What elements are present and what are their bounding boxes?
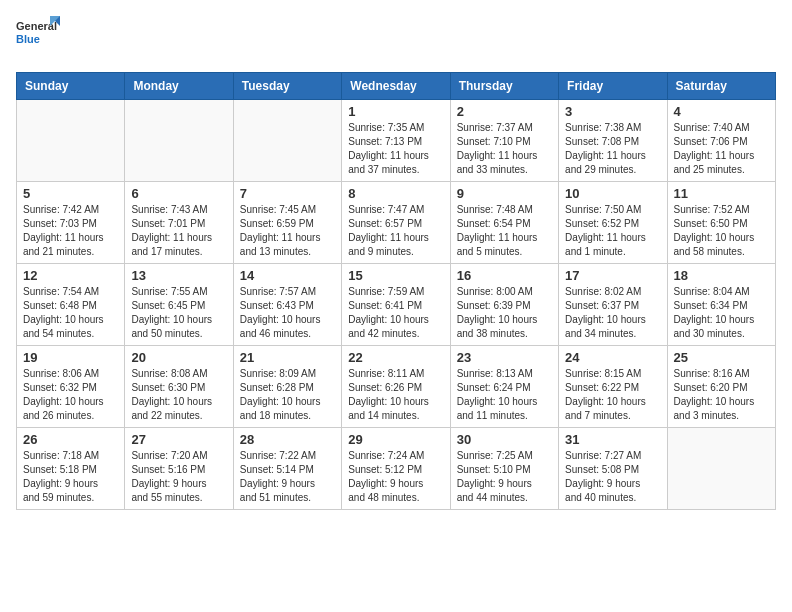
weekday-header-saturday: Saturday [667,73,775,100]
day-info: Sunrise: 7:43 AM Sunset: 7:01 PM Dayligh… [131,203,226,259]
calendar-cell [667,428,775,510]
calendar-cell: 14Sunrise: 7:57 AM Sunset: 6:43 PM Dayli… [233,264,341,346]
calendar-cell: 5Sunrise: 7:42 AM Sunset: 7:03 PM Daylig… [17,182,125,264]
calendar-cell: 13Sunrise: 7:55 AM Sunset: 6:45 PM Dayli… [125,264,233,346]
calendar-cell: 23Sunrise: 8:13 AM Sunset: 6:24 PM Dayli… [450,346,558,428]
calendar-cell: 18Sunrise: 8:04 AM Sunset: 6:34 PM Dayli… [667,264,775,346]
weekday-header-wednesday: Wednesday [342,73,450,100]
day-info: Sunrise: 8:08 AM Sunset: 6:30 PM Dayligh… [131,367,226,423]
calendar-cell: 16Sunrise: 8:00 AM Sunset: 6:39 PM Dayli… [450,264,558,346]
day-number: 18 [674,268,769,283]
day-number: 25 [674,350,769,365]
calendar-cell [233,100,341,182]
day-number: 22 [348,350,443,365]
day-info: Sunrise: 7:40 AM Sunset: 7:06 PM Dayligh… [674,121,769,177]
weekday-header-sunday: Sunday [17,73,125,100]
day-number: 23 [457,350,552,365]
day-number: 24 [565,350,660,365]
day-info: Sunrise: 8:04 AM Sunset: 6:34 PM Dayligh… [674,285,769,341]
day-number: 15 [348,268,443,283]
day-number: 21 [240,350,335,365]
calendar-cell: 2Sunrise: 7:37 AM Sunset: 7:10 PM Daylig… [450,100,558,182]
calendar-cell: 7Sunrise: 7:45 AM Sunset: 6:59 PM Daylig… [233,182,341,264]
calendar-cell: 29Sunrise: 7:24 AM Sunset: 5:12 PM Dayli… [342,428,450,510]
weekday-header-friday: Friday [559,73,667,100]
calendar-cell: 12Sunrise: 7:54 AM Sunset: 6:48 PM Dayli… [17,264,125,346]
day-info: Sunrise: 7:48 AM Sunset: 6:54 PM Dayligh… [457,203,552,259]
day-number: 1 [348,104,443,119]
calendar-cell [17,100,125,182]
day-info: Sunrise: 8:06 AM Sunset: 6:32 PM Dayligh… [23,367,118,423]
weekday-header-thursday: Thursday [450,73,558,100]
calendar-cell: 8Sunrise: 7:47 AM Sunset: 6:57 PM Daylig… [342,182,450,264]
calendar-cell: 25Sunrise: 8:16 AM Sunset: 6:20 PM Dayli… [667,346,775,428]
calendar-week-row: 19Sunrise: 8:06 AM Sunset: 6:32 PM Dayli… [17,346,776,428]
day-info: Sunrise: 8:15 AM Sunset: 6:22 PM Dayligh… [565,367,660,423]
calendar-week-row: 26Sunrise: 7:18 AM Sunset: 5:18 PM Dayli… [17,428,776,510]
calendar-cell: 4Sunrise: 7:40 AM Sunset: 7:06 PM Daylig… [667,100,775,182]
page-header: General Blue [16,16,776,60]
day-info: Sunrise: 7:18 AM Sunset: 5:18 PM Dayligh… [23,449,118,505]
day-number: 10 [565,186,660,201]
day-info: Sunrise: 7:38 AM Sunset: 7:08 PM Dayligh… [565,121,660,177]
calendar-cell: 20Sunrise: 8:08 AM Sunset: 6:30 PM Dayli… [125,346,233,428]
day-number: 29 [348,432,443,447]
calendar-cell: 31Sunrise: 7:27 AM Sunset: 5:08 PM Dayli… [559,428,667,510]
day-info: Sunrise: 7:27 AM Sunset: 5:08 PM Dayligh… [565,449,660,505]
day-number: 16 [457,268,552,283]
day-info: Sunrise: 7:25 AM Sunset: 5:10 PM Dayligh… [457,449,552,505]
day-info: Sunrise: 7:22 AM Sunset: 5:14 PM Dayligh… [240,449,335,505]
day-info: Sunrise: 7:45 AM Sunset: 6:59 PM Dayligh… [240,203,335,259]
day-info: Sunrise: 7:42 AM Sunset: 7:03 PM Dayligh… [23,203,118,259]
day-number: 19 [23,350,118,365]
svg-text:Blue: Blue [16,33,40,45]
calendar-cell [125,100,233,182]
day-number: 11 [674,186,769,201]
day-number: 13 [131,268,226,283]
calendar-cell: 24Sunrise: 8:15 AM Sunset: 6:22 PM Dayli… [559,346,667,428]
weekday-header-tuesday: Tuesday [233,73,341,100]
calendar-week-row: 5Sunrise: 7:42 AM Sunset: 7:03 PM Daylig… [17,182,776,264]
calendar-cell: 6Sunrise: 7:43 AM Sunset: 7:01 PM Daylig… [125,182,233,264]
day-number: 6 [131,186,226,201]
day-info: Sunrise: 7:59 AM Sunset: 6:41 PM Dayligh… [348,285,443,341]
logo-svg: General Blue [16,16,60,60]
calendar-cell: 28Sunrise: 7:22 AM Sunset: 5:14 PM Dayli… [233,428,341,510]
day-info: Sunrise: 8:13 AM Sunset: 6:24 PM Dayligh… [457,367,552,423]
day-number: 7 [240,186,335,201]
day-number: 4 [674,104,769,119]
day-number: 3 [565,104,660,119]
weekday-header-monday: Monday [125,73,233,100]
calendar-table: SundayMondayTuesdayWednesdayThursdayFrid… [16,72,776,510]
weekday-header-row: SundayMondayTuesdayWednesdayThursdayFrid… [17,73,776,100]
calendar-cell: 15Sunrise: 7:59 AM Sunset: 6:41 PM Dayli… [342,264,450,346]
day-number: 5 [23,186,118,201]
calendar-cell: 27Sunrise: 7:20 AM Sunset: 5:16 PM Dayli… [125,428,233,510]
logo: General Blue [16,16,60,60]
day-info: Sunrise: 8:02 AM Sunset: 6:37 PM Dayligh… [565,285,660,341]
day-number: 12 [23,268,118,283]
day-info: Sunrise: 7:37 AM Sunset: 7:10 PM Dayligh… [457,121,552,177]
day-number: 31 [565,432,660,447]
calendar-cell: 19Sunrise: 8:06 AM Sunset: 6:32 PM Dayli… [17,346,125,428]
calendar-cell: 1Sunrise: 7:35 AM Sunset: 7:13 PM Daylig… [342,100,450,182]
day-number: 2 [457,104,552,119]
day-info: Sunrise: 8:11 AM Sunset: 6:26 PM Dayligh… [348,367,443,423]
calendar-cell: 11Sunrise: 7:52 AM Sunset: 6:50 PM Dayli… [667,182,775,264]
calendar-cell: 30Sunrise: 7:25 AM Sunset: 5:10 PM Dayli… [450,428,558,510]
calendar-cell: 21Sunrise: 8:09 AM Sunset: 6:28 PM Dayli… [233,346,341,428]
day-info: Sunrise: 7:35 AM Sunset: 7:13 PM Dayligh… [348,121,443,177]
day-info: Sunrise: 8:09 AM Sunset: 6:28 PM Dayligh… [240,367,335,423]
day-info: Sunrise: 7:20 AM Sunset: 5:16 PM Dayligh… [131,449,226,505]
calendar-cell: 10Sunrise: 7:50 AM Sunset: 6:52 PM Dayli… [559,182,667,264]
day-number: 20 [131,350,226,365]
day-info: Sunrise: 7:24 AM Sunset: 5:12 PM Dayligh… [348,449,443,505]
calendar-week-row: 12Sunrise: 7:54 AM Sunset: 6:48 PM Dayli… [17,264,776,346]
day-info: Sunrise: 8:16 AM Sunset: 6:20 PM Dayligh… [674,367,769,423]
calendar-cell: 3Sunrise: 7:38 AM Sunset: 7:08 PM Daylig… [559,100,667,182]
day-info: Sunrise: 8:00 AM Sunset: 6:39 PM Dayligh… [457,285,552,341]
day-number: 27 [131,432,226,447]
day-number: 30 [457,432,552,447]
day-number: 17 [565,268,660,283]
day-info: Sunrise: 7:50 AM Sunset: 6:52 PM Dayligh… [565,203,660,259]
